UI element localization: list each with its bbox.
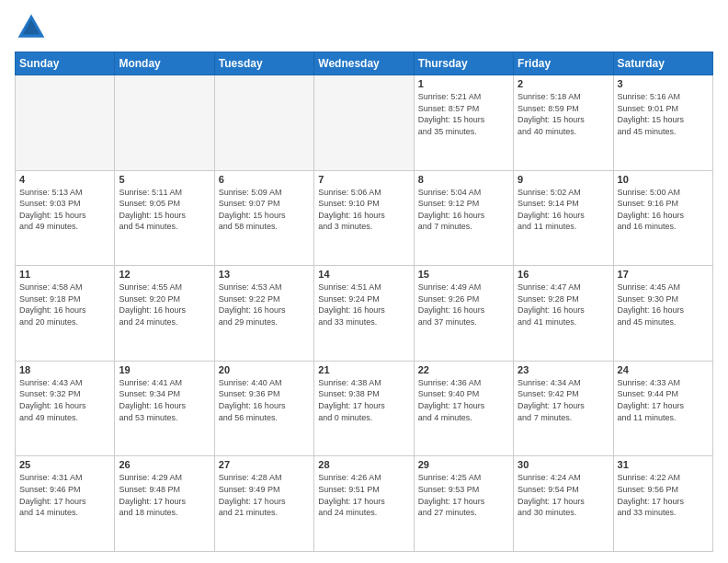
calendar-cell: 19Sunrise: 4:41 AMSunset: 9:34 PMDayligh… [115, 361, 214, 456]
calendar-cell: 5Sunrise: 5:11 AMSunset: 9:05 PMDaylight… [115, 170, 214, 266]
calendar-cell: 31Sunrise: 4:22 AMSunset: 9:56 PMDayligh… [613, 456, 712, 552]
day-info: Sunrise: 4:43 AMSunset: 9:32 PMDaylight:… [19, 377, 110, 423]
day-number: 30 [518, 459, 609, 470]
calendar-cell [115, 75, 214, 171]
day-info: Sunrise: 4:24 AMSunset: 9:54 PMDaylight:… [518, 472, 609, 518]
calendar-cell: 30Sunrise: 4:24 AMSunset: 9:54 PMDayligh… [514, 456, 613, 552]
day-number: 1 [418, 78, 509, 89]
day-number: 27 [219, 459, 310, 470]
day-info: Sunrise: 4:49 AMSunset: 9:26 PMDaylight:… [418, 282, 509, 327]
day-number: 19 [119, 364, 210, 375]
day-info: Sunrise: 5:21 AMSunset: 8:57 PMDaylight:… [418, 91, 509, 137]
day-number: 5 [119, 174, 210, 185]
day-number: 9 [518, 174, 609, 185]
day-info: Sunrise: 5:18 AMSunset: 8:59 PMDaylight:… [518, 91, 609, 137]
calendar-cell: 15Sunrise: 4:49 AMSunset: 9:26 PMDayligh… [414, 266, 513, 362]
day-info: Sunrise: 4:29 AMSunset: 9:48 PMDaylight:… [119, 472, 210, 518]
weekday-header-monday: Monday [115, 52, 214, 75]
calendar-week-row: 25Sunrise: 4:31 AMSunset: 9:46 PMDayligh… [16, 456, 713, 552]
calendar-cell: 20Sunrise: 4:40 AMSunset: 9:36 PMDayligh… [214, 361, 313, 456]
logo [15, 11, 51, 44]
day-info: Sunrise: 4:31 AMSunset: 9:46 PMDaylight:… [19, 472, 110, 518]
day-info: Sunrise: 4:36 AMSunset: 9:40 PMDaylight:… [418, 377, 509, 423]
day-number: 8 [418, 174, 509, 185]
weekday-header-friday: Friday [514, 52, 613, 75]
day-number: 17 [618, 269, 709, 280]
calendar-cell: 25Sunrise: 4:31 AMSunset: 9:46 PMDayligh… [16, 456, 115, 552]
header [15, 11, 713, 44]
calendar-cell [214, 75, 313, 171]
calendar-cell: 4Sunrise: 5:13 AMSunset: 9:03 PMDaylight… [16, 170, 115, 266]
day-info: Sunrise: 4:40 AMSunset: 9:36 PMDaylight:… [219, 377, 310, 423]
day-number: 20 [219, 364, 310, 375]
day-info: Sunrise: 5:06 AMSunset: 9:10 PMDaylight:… [318, 187, 409, 233]
day-number: 3 [618, 78, 709, 89]
weekday-header-sunday: Sunday [16, 52, 115, 75]
calendar-week-row: 18Sunrise: 4:43 AMSunset: 9:32 PMDayligh… [16, 361, 713, 456]
calendar-cell: 9Sunrise: 5:02 AMSunset: 9:14 PMDaylight… [514, 170, 613, 266]
calendar-cell: 1Sunrise: 5:21 AMSunset: 8:57 PMDaylight… [414, 75, 513, 171]
day-number: 28 [318, 459, 409, 470]
day-number: 16 [518, 269, 609, 280]
day-number: 25 [19, 459, 110, 470]
calendar-week-row: 4Sunrise: 5:13 AMSunset: 9:03 PMDaylight… [16, 170, 713, 266]
day-info: Sunrise: 5:09 AMSunset: 9:07 PMDaylight:… [219, 187, 310, 233]
day-number: 23 [518, 364, 609, 375]
day-number: 12 [119, 269, 210, 280]
day-number: 6 [219, 174, 310, 185]
calendar-cell: 14Sunrise: 4:51 AMSunset: 9:24 PMDayligh… [314, 266, 414, 362]
calendar-week-row: 1Sunrise: 5:21 AMSunset: 8:57 PMDaylight… [16, 75, 713, 171]
day-info: Sunrise: 4:38 AMSunset: 9:38 PMDaylight:… [318, 377, 409, 423]
day-info: Sunrise: 4:58 AMSunset: 9:18 PMDaylight:… [19, 282, 110, 327]
day-info: Sunrise: 4:55 AMSunset: 9:20 PMDaylight:… [119, 282, 210, 327]
calendar-week-row: 11Sunrise: 4:58 AMSunset: 9:18 PMDayligh… [16, 266, 713, 362]
weekday-header-wednesday: Wednesday [314, 52, 414, 75]
day-number: 18 [19, 364, 110, 375]
day-info: Sunrise: 4:53 AMSunset: 9:22 PMDaylight:… [219, 282, 310, 327]
calendar-cell: 11Sunrise: 4:58 AMSunset: 9:18 PMDayligh… [16, 266, 115, 362]
day-info: Sunrise: 4:47 AMSunset: 9:28 PMDaylight:… [518, 282, 609, 327]
calendar-cell: 22Sunrise: 4:36 AMSunset: 9:40 PMDayligh… [414, 361, 513, 456]
day-number: 21 [318, 364, 409, 375]
day-number: 24 [618, 364, 709, 375]
day-number: 26 [119, 459, 210, 470]
calendar-cell: 8Sunrise: 5:04 AMSunset: 9:12 PMDaylight… [414, 170, 513, 266]
calendar-cell: 27Sunrise: 4:28 AMSunset: 9:49 PMDayligh… [214, 456, 313, 552]
day-info: Sunrise: 4:28 AMSunset: 9:49 PMDaylight:… [219, 472, 310, 518]
logo-icon [15, 11, 48, 44]
calendar-cell: 23Sunrise: 4:34 AMSunset: 9:42 PMDayligh… [514, 361, 613, 456]
calendar-cell [314, 75, 414, 171]
calendar-cell: 10Sunrise: 5:00 AMSunset: 9:16 PMDayligh… [613, 170, 712, 266]
day-number: 2 [518, 78, 609, 89]
day-number: 29 [418, 459, 509, 470]
page: SundayMondayTuesdayWednesdayThursdayFrid… [0, 0, 728, 563]
day-info: Sunrise: 4:33 AMSunset: 9:44 PMDaylight:… [618, 377, 709, 423]
day-info: Sunrise: 5:02 AMSunset: 9:14 PMDaylight:… [518, 187, 609, 233]
day-info: Sunrise: 4:25 AMSunset: 9:53 PMDaylight:… [418, 472, 509, 518]
day-info: Sunrise: 5:16 AMSunset: 9:01 PMDaylight:… [618, 91, 709, 137]
calendar-cell: 17Sunrise: 4:45 AMSunset: 9:30 PMDayligh… [613, 266, 712, 362]
day-info: Sunrise: 4:51 AMSunset: 9:24 PMDaylight:… [318, 282, 409, 327]
calendar-cell: 24Sunrise: 4:33 AMSunset: 9:44 PMDayligh… [613, 361, 712, 456]
weekday-header-thursday: Thursday [414, 52, 513, 75]
day-info: Sunrise: 4:22 AMSunset: 9:56 PMDaylight:… [618, 472, 709, 518]
calendar-cell: 13Sunrise: 4:53 AMSunset: 9:22 PMDayligh… [214, 266, 313, 362]
day-number: 11 [19, 269, 110, 280]
day-number: 13 [219, 269, 310, 280]
calendar-table: SundayMondayTuesdayWednesdayThursdayFrid… [15, 52, 713, 552]
day-info: Sunrise: 5:00 AMSunset: 9:16 PMDaylight:… [618, 187, 709, 233]
day-number: 15 [418, 269, 509, 280]
calendar-cell: 7Sunrise: 5:06 AMSunset: 9:10 PMDaylight… [314, 170, 414, 266]
day-number: 31 [618, 459, 709, 470]
day-number: 7 [318, 174, 409, 185]
weekday-header-tuesday: Tuesday [214, 52, 313, 75]
calendar-cell: 3Sunrise: 5:16 AMSunset: 9:01 PMDaylight… [613, 75, 712, 171]
day-info: Sunrise: 5:13 AMSunset: 9:03 PMDaylight:… [19, 187, 110, 233]
day-info: Sunrise: 4:26 AMSunset: 9:51 PMDaylight:… [318, 472, 409, 518]
day-info: Sunrise: 4:41 AMSunset: 9:34 PMDaylight:… [119, 377, 210, 423]
day-info: Sunrise: 5:04 AMSunset: 9:12 PMDaylight:… [418, 187, 509, 233]
calendar-cell: 6Sunrise: 5:09 AMSunset: 9:07 PMDaylight… [214, 170, 313, 266]
weekday-header-saturday: Saturday [613, 52, 712, 75]
calendar-cell: 2Sunrise: 5:18 AMSunset: 8:59 PMDaylight… [514, 75, 613, 171]
day-info: Sunrise: 4:34 AMSunset: 9:42 PMDaylight:… [518, 377, 609, 423]
